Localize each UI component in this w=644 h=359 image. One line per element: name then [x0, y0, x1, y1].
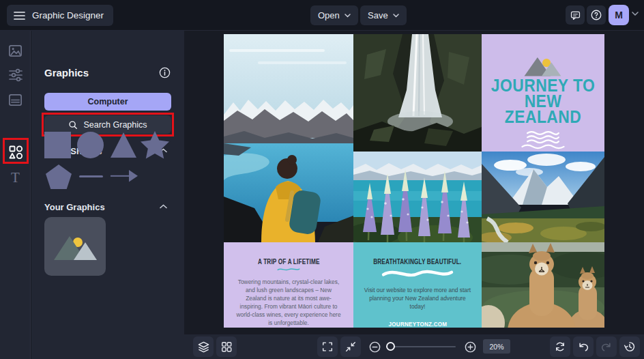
zoom-out-button[interactable] [364, 336, 385, 357]
top-bar: Graphic Designer Open Save [0, 0, 644, 31]
refresh-icon [554, 341, 566, 353]
alpacas-photo[interactable] [482, 242, 604, 328]
shape-star[interactable] [141, 131, 169, 159]
text-icon: T [11, 169, 20, 186]
app-title: Graphic Designer [32, 10, 104, 20]
template-icon [8, 92, 23, 108]
waterfall-photo[interactable] [353, 34, 482, 152]
zoom-in-icon [464, 341, 477, 354]
zoom-in-button[interactable] [460, 336, 480, 357]
journey-heading: JOURNEY TO NEW ZEALAND [489, 78, 597, 125]
shape-pentagon[interactable] [46, 164, 72, 189]
app-menu[interactable]: Graphic Designer [7, 5, 113, 26]
lupines-photo[interactable] [353, 152, 482, 242]
actual-size-button[interactable] [340, 336, 361, 357]
save-label: Save [368, 10, 388, 20]
rail-item-images[interactable] [0, 39, 31, 62]
graphics-panel: Graphics Computer Search Graphics Basic … [31, 31, 184, 359]
graphic-designer-app: Graphic Designer Open Save [0, 0, 644, 359]
save-button[interactable]: Save [360, 5, 407, 25]
open-button[interactable]: Open [310, 5, 358, 25]
beautiful-heading: BREATHTAKINGLY BEAUTIFUL. [373, 258, 461, 265]
canvas-workspace: JOURNEY TO NEW ZEALAND [184, 31, 644, 359]
hamburger-icon [14, 11, 25, 20]
fit-screen-icon [321, 341, 334, 353]
zoom-slider-knob[interactable] [386, 342, 395, 351]
mountains-sun-icon [53, 233, 98, 260]
journey-heading-line2: NEW ZEALAND [489, 94, 597, 125]
wave-ornament [353, 268, 482, 279]
website-url: JOURNEYTONZ.COM [388, 320, 447, 328]
shapes-icon [8, 144, 24, 160]
chat-icon [570, 10, 581, 21]
poster-canvas: JOURNEY TO NEW ZEALAND [224, 34, 604, 328]
trip-body: Towering mountains, crystal-clear lakes,… [235, 278, 342, 328]
trip-heading: A TRIP OF A LIFETIME [258, 258, 320, 265]
zoom-slider[interactable] [387, 346, 456, 347]
search-icon [68, 120, 78, 130]
shape-circle[interactable] [77, 132, 104, 158]
beautiful-body: Visit our website to explore more and st… [363, 287, 472, 311]
beautiful-text-tile[interactable]: BREATHTAKINGLY BEAUTIFUL. Visit our webs… [353, 242, 482, 328]
undo-button[interactable] [573, 336, 594, 357]
mountains-sun-icon [482, 55, 604, 76]
adjust-sliders-icon [8, 68, 23, 83]
mount-cook-valley-photo[interactable] [482, 152, 604, 242]
your-graphics-header: Your Graphics [44, 202, 105, 212]
shape-arrow[interactable] [111, 170, 138, 182]
shape-square[interactable] [44, 132, 71, 158]
computer-button[interactable]: Computer [44, 93, 171, 111]
zoom-level[interactable]: 20% [483, 339, 510, 354]
chevron-down-icon [345, 14, 351, 18]
tool-rail: T [0, 31, 31, 359]
refresh-button[interactable] [550, 336, 570, 357]
search-graphics-label: Search Graphics [83, 120, 147, 130]
feedback-button[interactable] [566, 5, 585, 25]
journey-title-tile[interactable]: JOURNEY TO NEW ZEALAND [482, 34, 604, 152]
bottom-toolbar: 20% [184, 334, 644, 359]
shrink-icon [345, 341, 357, 353]
history-icon [624, 341, 636, 353]
rail-item-edit[interactable] [0, 63, 31, 87]
avatar-initial: M [615, 10, 623, 20]
chevron-up-icon[interactable] [160, 204, 167, 209]
history-button[interactable] [619, 336, 640, 357]
help-icon [590, 9, 602, 21]
fit-screen-button[interactable] [317, 336, 338, 357]
trip-text-tile[interactable]: A TRIP OF A LIFETIME Towering mountains,… [224, 242, 353, 328]
your-graphic-thumbnail[interactable] [44, 217, 106, 276]
chevron-down-icon [393, 14, 399, 18]
panel-title: Graphics [44, 67, 89, 78]
rail-item-templates[interactable] [0, 88, 31, 111]
rail-item-graphics[interactable] [0, 141, 31, 164]
waves-ornament [482, 131, 604, 152]
avatar[interactable]: M [609, 5, 629, 25]
rail-item-text[interactable]: T [0, 166, 31, 189]
computer-label: Computer [87, 97, 128, 106]
shape-triangle[interactable] [110, 132, 137, 158]
layers-button[interactable] [193, 336, 214, 357]
zoom-out-icon [368, 341, 381, 354]
redo-button[interactable] [596, 336, 617, 357]
layers-icon [197, 341, 210, 354]
image-icon [8, 43, 23, 59]
grid-layout-button[interactable] [216, 336, 237, 357]
lake-hiker-photo[interactable] [224, 34, 353, 242]
undo-icon [577, 341, 589, 353]
shape-line[interactable] [79, 175, 103, 177]
wave-ornament [224, 268, 353, 271]
info-icon[interactable] [159, 67, 171, 78]
redo-icon [600, 341, 613, 353]
help-button[interactable] [587, 5, 606, 25]
chevron-down-icon[interactable] [632, 12, 639, 16]
open-label: Open [318, 10, 340, 20]
grid-icon [220, 341, 233, 353]
